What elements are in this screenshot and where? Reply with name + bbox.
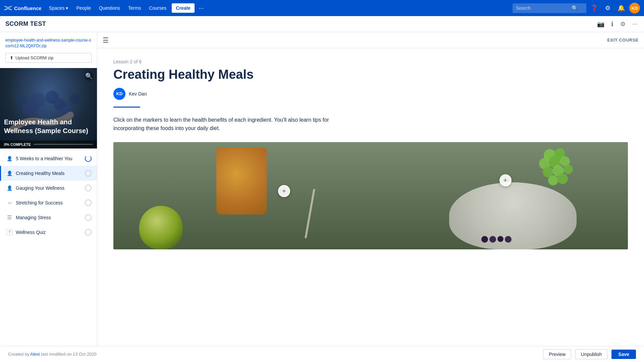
author-name: Kev Dan	[129, 91, 147, 97]
lesson-title: Creating Healthy Meals	[113, 67, 628, 82]
divider	[113, 107, 140, 108]
svg-point-17	[564, 165, 573, 174]
lesson-icon-2: 👤	[6, 171, 12, 176]
progress-text: 0% COMPLETE	[4, 142, 31, 146]
hamburger-icon[interactable]: ☰	[103, 36, 109, 44]
author-link[interactable]: Alexi	[31, 352, 40, 357]
lesson-item-1[interactable]: 👤 5 Weeks to a Healthier You	[0, 151, 97, 166]
search-icon: 🔍	[572, 5, 578, 11]
lesson-label-3: Gauging Your Wellness	[16, 185, 82, 191]
svg-text:KD: KD	[632, 6, 638, 11]
lesson-item-4[interactable]: ▭ Stretching for Success	[0, 195, 97, 210]
lesson-status-6	[85, 229, 92, 236]
page-header-actions: 📷 ℹ ⚙ ···	[596, 19, 639, 29]
nav-right-section: 🔍 ❓ ⚙ 🔔 KD	[513, 3, 640, 13]
lesson-label-1: 5 Weeks to a Healthier You	[16, 156, 82, 161]
main-layout: employee-health-and-wellness-sample-cour…	[0, 32, 644, 346]
help-button[interactable]: ❓	[589, 3, 600, 13]
save-button[interactable]: Save	[611, 350, 636, 359]
lesson-status-3	[85, 185, 92, 191]
lesson-item-2[interactable]: 👤 Creating Healthy Meals	[0, 166, 97, 181]
lesson-description: Click on the markers to learn the health…	[113, 116, 348, 133]
confluence-logo[interactable]: Confluence	[4, 4, 42, 12]
marker-button-2[interactable]: +	[499, 174, 512, 186]
lesson-item-6[interactable]: ? Wellness Quiz	[0, 225, 97, 240]
course-card-title: Employee Health and Wellness (Sample Cou…	[4, 118, 93, 135]
left-sidebar: employee-health-and-wellness-sample-cour…	[0, 32, 97, 346]
svg-point-7	[15, 93, 26, 104]
lesson-label-5: Managing Stress	[16, 215, 82, 220]
info-icon[interactable]: ℹ	[610, 19, 615, 29]
more-options-icon[interactable]: ···	[631, 19, 639, 29]
course-card: 🔍 Employee Health and Wellness (Sample C…	[0, 68, 97, 148]
lesson-item-5[interactable]: ☰ Managing Stress	[0, 210, 97, 225]
camera-icon[interactable]: 📷	[596, 19, 606, 29]
nav-questions[interactable]: Questions	[96, 3, 123, 13]
page-settings-icon[interactable]: ⚙	[619, 19, 627, 29]
svg-point-19	[557, 173, 568, 184]
lesson-status-1	[85, 155, 92, 162]
lesson-icon-5: ☰	[6, 214, 12, 221]
lesson-icon-4: ▭	[6, 200, 12, 205]
more-nav-button[interactable]: ···	[196, 3, 206, 13]
svg-point-9	[69, 94, 80, 104]
logo-text: Confluence	[14, 5, 42, 11]
lesson-status-5	[85, 214, 92, 221]
nav-terms[interactable]: Terms	[125, 3, 144, 13]
course-lessons: 👤 5 Weeks to a Healthier You 👤 Creating …	[0, 148, 97, 242]
create-button[interactable]: Create	[172, 3, 195, 13]
search-input[interactable]	[516, 5, 570, 11]
lesson-item-3[interactable]: 👤 Gauging Your Wellness	[0, 181, 97, 195]
search-box[interactable]: 🔍	[513, 3, 586, 13]
card-search-icon[interactable]: 🔍	[84, 71, 94, 81]
upload-icon: ⬆	[10, 55, 13, 60]
author-avatar: KD	[113, 88, 125, 100]
chevron-down-icon: ▾	[66, 5, 68, 11]
page-title: SCORM TEST	[5, 20, 46, 27]
lesson-icon-6: ?	[6, 229, 12, 235]
lesson-icon-1: 👤	[6, 156, 12, 161]
lesson-status-2	[85, 170, 92, 177]
created-by-text: Created by Alexi last modified on 13 Oct…	[8, 352, 97, 357]
unpublish-button[interactable]: Unpublish	[575, 349, 607, 359]
notifications-button[interactable]: 🔔	[616, 3, 627, 13]
preview-button[interactable]: Preview	[543, 349, 571, 359]
progress-bar-bg	[34, 144, 93, 145]
lesson-icon-3: 👤	[6, 185, 12, 191]
settings-button[interactable]: ⚙	[602, 3, 613, 13]
food-image-background	[113, 142, 628, 249]
lesson-label-6: Wellness Quiz	[16, 230, 82, 235]
scorm-toolbar: ☰ EXIT COURSE	[97, 32, 644, 48]
top-navigation: Confluence Spaces ▾ People Questions Ter…	[0, 0, 644, 16]
upload-scorm-button[interactable]: ⬆ Upload SCORM zip	[5, 53, 92, 63]
nav-courses[interactable]: Courses	[146, 3, 170, 13]
marker-button-1[interactable]: +	[278, 185, 290, 197]
scorm-file-link[interactable]: employee-health-and-wellness-sample-cour…	[0, 36, 97, 52]
progress-bar: 0% COMPLETE	[0, 140, 97, 148]
lesson-status-4	[85, 199, 92, 206]
lesson-label-4: Stretching for Success	[16, 200, 82, 205]
bottom-bar: Created by Alexi last modified on 13 Oct…	[0, 346, 644, 362]
scorm-viewer: ☰ EXIT COURSE Lesson 2 of 6 Creating Hea…	[97, 32, 644, 346]
lesson-meta: Lesson 2 of 6	[113, 59, 628, 64]
page-header: SCORM TEST 📷 ℹ ⚙ ···	[0, 16, 644, 32]
nav-people[interactable]: People	[73, 3, 94, 13]
scorm-content: Lesson 2 of 6 Creating Healthy Meals KD …	[97, 48, 644, 346]
lesson-image: + +	[113, 142, 628, 249]
author-row: KD Kev Dan	[113, 88, 628, 100]
svg-point-18	[548, 175, 558, 185]
exit-course-button[interactable]: EXIT COURSE	[607, 38, 639, 43]
user-avatar[interactable]: KD	[629, 3, 640, 13]
lesson-label-2: Creating Healthy Meals	[16, 171, 82, 176]
nav-spaces[interactable]: Spaces ▾	[46, 3, 72, 13]
